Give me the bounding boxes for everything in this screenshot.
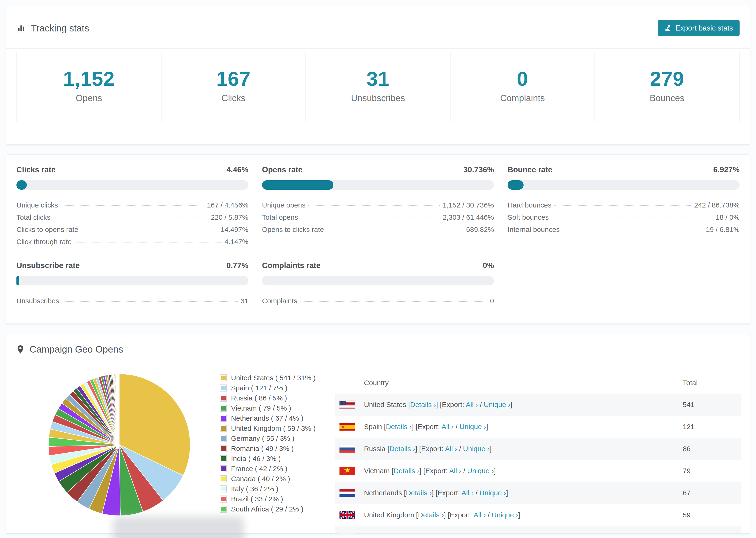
rate-row-value: 4.147% — [225, 238, 248, 246]
bracket-open: [ — [387, 445, 389, 453]
legend-item: Canada ( 40 / 2% ) — [220, 475, 315, 483]
legend-item: United Kingdom ( 59 / 3% ) — [220, 424, 315, 432]
pie-svg — [46, 372, 192, 517]
export-unique-link[interactable]: Unique › — [479, 489, 506, 497]
export-unique-link[interactable]: Unique › — [484, 401, 510, 408]
rate-row: Total opens 2,303 / 61.446% — [262, 211, 494, 224]
tracking-stats-header: Tracking stats Export basic stats — [6, 6, 750, 48]
export-unique-link[interactable]: Unique › — [467, 467, 494, 475]
rate-progress-track — [17, 276, 248, 286]
rate-progress-fill — [262, 180, 333, 190]
legend-swatch — [220, 415, 227, 422]
legend-item: Italy ( 36 / 2% ) — [220, 485, 315, 493]
legend-swatch — [220, 485, 227, 493]
country-name: United States — [364, 401, 408, 408]
geo-pie-chart — [46, 372, 192, 517]
export-all-link[interactable]: All › — [453, 533, 465, 534]
geo-table-rows: United States [Details ›] [Export: All ›… — [335, 394, 741, 534]
bracket-close: ] — [423, 533, 427, 534]
slash-token: / — [488, 511, 492, 519]
tracking-stats-title: Tracking stats — [17, 23, 89, 33]
slash-token: / — [475, 489, 479, 497]
table-row: United Kingdom [Details ›] [Export: All … — [335, 504, 741, 526]
bracket-close: ] — [511, 401, 512, 408]
export-all-link[interactable]: All › — [466, 401, 478, 408]
bracket-close: ] — [490, 445, 491, 453]
rate-progress-track — [262, 180, 494, 190]
legend-label: Netherlands ( 67 / 4% ) — [231, 414, 303, 422]
bracket-close: ] — [444, 511, 448, 519]
bracket-open: [ — [384, 423, 386, 430]
geo-header: Campaign Geo Opens — [6, 334, 750, 363]
dotted-leader — [81, 230, 218, 230]
country-cell: Netherlands [Details ›] [Export: All › /… — [364, 489, 508, 497]
export-basic-stats-button[interactable]: Export basic stats — [658, 20, 739, 36]
rate-block: Opens rate 30.736% Unique opens 1,152 / … — [262, 165, 494, 248]
legend-item: Romania ( 49 / 3% ) — [220, 445, 315, 453]
details-link[interactable]: Details › — [406, 489, 432, 497]
details-link[interactable]: Details › — [418, 511, 444, 519]
details-link[interactable]: Details › — [386, 423, 412, 430]
legend-swatch — [220, 455, 227, 462]
stat-label: Opens — [17, 93, 161, 103]
export-all-link[interactable]: All › — [461, 489, 473, 497]
legend-label: United States ( 541 / 31% ) — [231, 374, 315, 382]
rate-row-label: Total opens — [262, 213, 298, 221]
legend-swatch — [220, 374, 227, 381]
export-all-link[interactable]: All › — [449, 467, 461, 475]
export-unique-link[interactable]: Unique › — [463, 445, 490, 453]
details-link[interactable]: Details › — [410, 401, 436, 408]
details-link[interactable]: Details › — [394, 467, 419, 475]
dotted-leader — [75, 242, 222, 242]
export-all-link[interactable]: All › — [445, 445, 457, 453]
details-link[interactable]: Details › — [390, 445, 415, 453]
export-all-link[interactable]: All › — [441, 423, 454, 430]
dotted-leader — [552, 218, 713, 218]
dotted-leader — [300, 301, 487, 301]
legend-label: Brazil ( 33 / 2% ) — [231, 495, 283, 503]
rate-row-value: 689.82% — [466, 226, 494, 234]
dotted-leader — [62, 301, 238, 301]
legend-label: Romania ( 49 / 3% ) — [231, 445, 294, 453]
slash-token: / — [456, 423, 459, 430]
rate-row: Opens to clicks rate 689.82% — [262, 224, 494, 236]
stat-box: 279 Bounces — [594, 52, 739, 122]
tracking-stats-card: Tracking stats Export basic stats 1,152 … — [6, 6, 750, 144]
bracket-close: ] — [419, 467, 423, 475]
rate-row-label: Opens to clicks rate — [262, 226, 324, 234]
legend-label: Canada ( 40 / 2% ) — [231, 475, 290, 483]
table-row: Netherlands [Details ›] [Export: All › /… — [335, 482, 741, 504]
country-flag-icon — [340, 401, 355, 409]
rate-row-value: 19 / 6.81% — [706, 226, 739, 234]
stat-value: 167 — [162, 67, 306, 90]
rate-row: Unique clicks 167 / 4.456% — [17, 199, 248, 211]
table-row: Russia [Details ›] [Export: All › / Uniq… — [335, 438, 741, 460]
export-unique-link[interactable]: Unique › — [470, 533, 497, 534]
rate-row-value: 0 — [490, 297, 494, 305]
rate-row-value: 167 / 4.456% — [207, 201, 248, 209]
export-all-link[interactable]: All › — [473, 511, 486, 519]
rate-header: Clicks rate 4.46% — [17, 165, 248, 174]
legend-item: Brazil ( 33 / 2% ) — [220, 495, 315, 503]
country-name: Germany — [364, 533, 395, 534]
country-name: Vietnam — [364, 467, 392, 475]
legend-swatch — [220, 395, 227, 402]
export-unique-link[interactable]: Unique › — [459, 423, 486, 430]
legend-swatch — [220, 465, 227, 472]
country-cell: Spain [Details ›] [Export: All › / Uniqu… — [364, 423, 488, 431]
bar-chart-icon — [17, 24, 26, 33]
geo-legend: United States ( 541 / 31% ) Spain ( 121 … — [220, 372, 315, 534]
country-cell: Vietnam [Details ›] [Export: All › / Uni… — [364, 467, 496, 475]
export-unique-link[interactable]: Unique › — [492, 511, 518, 519]
legend-item: Russia ( 86 / 5% ) — [220, 394, 315, 402]
details-link[interactable]: Details › — [397, 533, 423, 534]
geo-content: United States ( 541 / 31% ) Spain ( 121 … — [6, 363, 750, 534]
geo-table-header: Country Total — [335, 372, 741, 394]
dotted-leader — [308, 205, 440, 206]
bracket-open: [ — [408, 401, 410, 408]
country-name: Spain — [364, 423, 384, 430]
stat-value: 1,152 — [17, 67, 161, 90]
export-button-label: Export basic stats — [675, 24, 733, 32]
bracket-close: ] — [494, 467, 496, 475]
country-flag-icon — [340, 533, 355, 534]
